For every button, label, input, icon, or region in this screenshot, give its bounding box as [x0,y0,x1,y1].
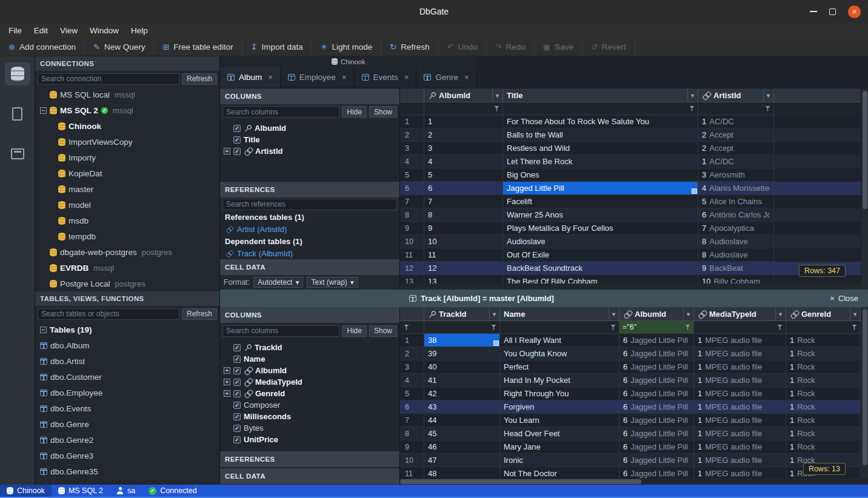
album-row-4[interactable]: 44Let There Be Rock1AC/DC [400,155,868,168]
menu-edit[interactable]: Edit [28,23,54,38]
track-row-5[interactable]: 542Right Through You6Jagged Little Pill1… [400,387,868,400]
sidebar-connections-button[interactable] [5,62,30,85]
maximize-icon[interactable] [829,8,836,15]
checkbox-icon[interactable]: ✓ [233,148,241,155]
cell-name[interactable]: Perfect [500,360,619,374]
cell-mediatypeid[interactable]: 1MPEG audio file [694,427,786,440]
cell-name[interactable]: Right Through You [500,387,619,400]
checkbox-icon[interactable]: ✓ [233,413,241,420]
track-column-unitprice[interactable]: ✓UnitPrice [220,434,399,445]
column-header-mediatypeid[interactable]: MediaTypeId▾ [694,307,786,320]
expand-icon[interactable]: + [224,379,230,385]
scrollbar-thumb[interactable] [863,91,867,209]
cell-name[interactable]: Ironic [500,454,619,467]
album-column-albumid[interactable]: ✓AlbumId [220,122,399,134]
menu-help[interactable]: Help [125,23,154,38]
checkbox-icon[interactable]: ✓ [233,425,241,432]
expand-icon[interactable]: + [224,390,230,397]
track-column-trackid[interactable]: ✓TrackId [220,342,399,353]
cell-genreid[interactable]: 1Rock [786,427,861,440]
cell-mediatypeid[interactable]: 1MPEG audio file [694,334,786,347]
cell-genreid[interactable]: 1Rock [786,360,861,374]
cell-albumid[interactable]: 6 [424,182,503,195]
album-row-2[interactable]: 22Balls to the Wall2Accept [400,128,868,142]
filter-input-name[interactable] [500,321,619,334]
status-database[interactable]: Chinook [0,485,52,497]
close-track-panel-button[interactable]: × Close [830,294,858,303]
collapse-icon[interactable]: − [40,107,47,114]
connection-item-ms-sql-local[interactable]: MS SQL localmssql [35,87,219,102]
cell-trackid[interactable]: 46 [424,440,500,454]
scrollbar-thumb[interactable] [863,309,867,465]
checkbox-icon[interactable]: ✓ [233,367,241,374]
tab-employee[interactable]: Employee× [281,67,355,88]
album-column-title[interactable]: ✓Title [220,134,399,145]
menu-view[interactable]: View [54,23,84,38]
connection-item-kopiedat[interactable]: KopieDat [35,165,219,181]
cell-genreid[interactable]: 1Rock [786,414,861,427]
table-item-dbo-events[interactable]: dbo.Events [35,400,219,416]
filter-input-title[interactable] [503,102,698,115]
column-menu-icon[interactable]: ▾ [763,88,770,102]
sidebar-archive-button[interactable] [5,142,30,165]
cell-title[interactable]: The Best Of Billy Cobham [503,275,698,284]
checkbox-icon[interactable]: ✓ [233,390,241,397]
connection-item-master[interactable]: master [35,181,219,197]
track-column-composer[interactable]: ✓Composer [220,399,399,411]
filter-input-genreid[interactable] [786,321,861,334]
expand-icon[interactable]: + [224,148,230,154]
tab-events[interactable]: Events× [355,67,417,88]
cell-mediatypeid[interactable]: 1MPEG audio file [694,347,786,360]
column-header-trackid[interactable]: TrackId▾ [424,307,500,320]
cell-artistid[interactable]: 1AC/DC [698,155,774,168]
cell-albumid[interactable]: 1 [424,115,503,128]
cell-artistid[interactable]: 3Aerosmith [698,168,774,182]
cell-trackid[interactable]: 43 [424,400,500,414]
table-item-dbo-album[interactable]: dbo.Album [35,337,219,353]
minimize-icon[interactable] [810,11,817,12]
cell-name[interactable]: Forgiven [500,400,619,414]
cell-name[interactable]: Mary Jane [500,440,619,454]
album-column-artistid[interactable]: +✓ArtistId [220,145,399,157]
close-icon[interactable]: × [268,73,273,82]
cell-name[interactable]: All I Really Want [500,334,619,347]
cell-albumid[interactable]: 7 [424,195,503,208]
connection-item-importy[interactable]: Importy [35,150,219,165]
refresh-tables-button[interactable]: Refresh [182,308,217,320]
cell-artistid[interactable]: 9BackBeat [698,262,774,275]
cell-mediatypeid[interactable]: 1MPEG audio file [694,467,786,479]
cell-title[interactable]: Warner 25 Anos [503,208,698,222]
cell-title[interactable]: BackBeat Soundtrack [503,262,698,275]
cell-artistid[interactable]: 5Alice In Chains [698,195,774,208]
track-column-albumid[interactable]: +✓AlbumId [220,365,399,376]
cell-title[interactable]: Plays Metallica By Four Cellos [503,222,698,235]
cell-artistid[interactable]: 6Antônio Carlos Jobim [698,208,774,222]
connection-item-dbgate-web-postgres[interactable]: dbgate-web-postgrespostgres [35,244,219,260]
filter-input-mediatypeid[interactable] [694,321,786,334]
menu-window[interactable]: Window [84,23,125,38]
cell-albumid[interactable]: 6Jagged Little Pill [619,414,694,427]
table-item-dbo-genre3[interactable]: dbo.Genre3 [35,448,219,463]
search-columns-input[interactable] [222,325,339,337]
cell-genreid[interactable]: 1Rock [786,387,861,400]
cell-name[interactable]: Not The Doctor [500,467,619,479]
search-columns-input[interactable] [222,106,339,118]
table-item-dbo-genre[interactable]: dbo.Genre [35,416,219,432]
cell-title[interactable]: Balls to the Wall [503,128,698,142]
format-wrap-select[interactable]: Text (wrap)▾ [307,277,358,288]
album-row-9[interactable]: 99Plays Metallica By Four Cellos7Apocaly… [400,222,868,235]
cell-mediatypeid[interactable]: 1MPEG audio file [694,374,786,387]
cell-albumid[interactable]: 9 [424,222,503,235]
column-header-name[interactable]: Name▾ [500,307,619,320]
cell-trackid[interactable]: 48 [424,467,500,479]
track-row-10[interactable]: 1047Ironic6Jagged Little Pill1MPEG audio… [400,454,868,467]
refresh-connections-button[interactable]: Refresh [182,73,217,85]
checkbox-icon[interactable]: ✓ [233,356,241,363]
table-item-dbo-customer[interactable]: dbo.Customer [35,369,219,385]
cell-name[interactable]: You Oughta Know [500,347,619,360]
status-connection[interactable]: MS SQL 2 [52,485,110,497]
search-connection-input[interactable] [38,73,179,85]
track-row-4[interactable]: 441Hand In My Pocket6Jagged Little Pill1… [400,374,868,387]
cell-albumid[interactable]: 11 [424,248,503,262]
table-item-dbo-genre2[interactable]: dbo.Genre2 [35,432,219,448]
